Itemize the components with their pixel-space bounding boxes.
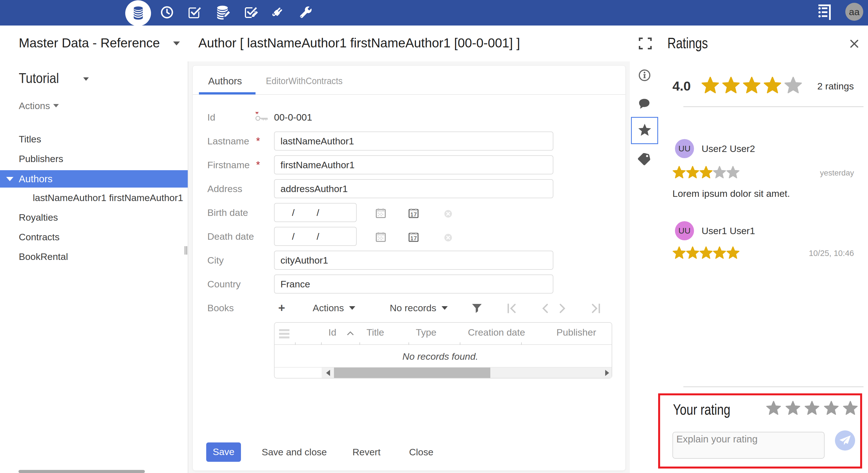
svg-text:17: 17 [410,235,416,241]
svg-text:*: * [255,112,258,119]
svg-text:17: 17 [410,211,416,217]
